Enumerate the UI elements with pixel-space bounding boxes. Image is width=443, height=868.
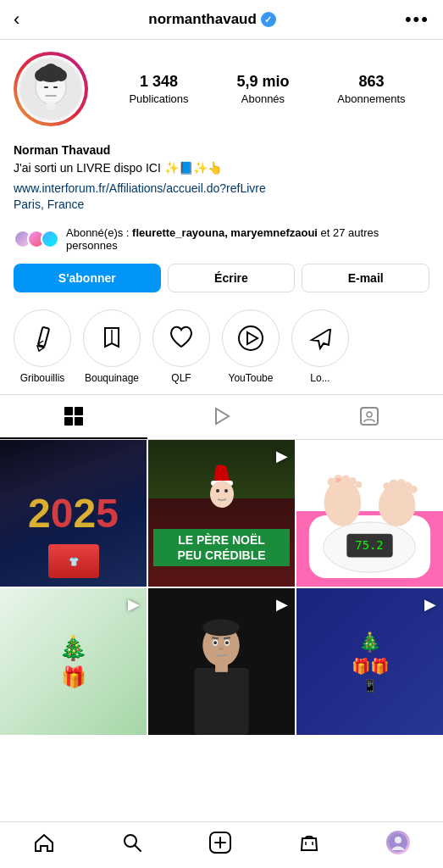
followers-names: fleurette_rayouna, maryemnefzaoui: [132, 226, 318, 239]
more-button[interactable]: •••: [405, 8, 429, 31]
post-3[interactable]: 75.2: [296, 440, 443, 587]
highlight-qlf[interactable]: QLF: [152, 309, 210, 384]
svg-rect-11: [47, 103, 55, 109]
highlight-circle-bouquinage: [83, 309, 141, 367]
bio-location: Paris, France: [14, 198, 429, 211]
plane-icon: [303, 321, 337, 355]
svg-text:75.2: 75.2: [355, 539, 383, 553]
bottom-nav: [0, 821, 443, 868]
post-overlay-text: LE PÈRE NOËLPEU CRÉDIBLE: [153, 529, 290, 566]
nav-home[interactable]: [33, 832, 55, 854]
post-6[interactable]: 🎄 🎁🎁 📱 ▶: [296, 588, 443, 735]
publications-label: Publications: [129, 92, 188, 105]
svg-point-57: [225, 641, 229, 644]
highlight-bouquinage[interactable]: Bouquinage: [83, 309, 141, 384]
highlight-label-youtoube: YouToube: [229, 372, 274, 384]
tabs-row: [0, 394, 443, 440]
face-svg: [201, 462, 243, 521]
avatar-svg: [20, 58, 81, 120]
svg-point-29: [216, 489, 219, 492]
avatar-ring: [14, 52, 88, 126]
highlights-section: Gribouillis Bouquinage QLF YouToube: [0, 303, 443, 394]
highlight-youtoube[interactable]: YouToube: [222, 309, 280, 384]
username-text: normanthavaud: [148, 11, 257, 28]
verified-badge: ✓: [261, 12, 276, 27]
svg-point-25: [367, 412, 372, 417]
post-5[interactable]: ▶: [148, 588, 295, 735]
svg-rect-22: [75, 417, 83, 426]
svg-marker-18: [247, 332, 257, 344]
profile-avatar-svg: [389, 833, 407, 852]
tab-grid[interactable]: [0, 395, 147, 439]
person-svg: [148, 588, 295, 735]
svg-rect-21: [64, 417, 73, 426]
svg-marker-26: [213, 465, 230, 483]
grid-icon: [63, 405, 85, 427]
highlight-label-qlf: QLF: [171, 372, 191, 384]
stats-row: 1 348 Publications 5,9 mio Abonnés 863 A…: [105, 73, 429, 106]
svg-point-6: [39, 67, 49, 77]
subscribe-button[interactable]: S'abonner: [14, 264, 161, 292]
bio-name: Norman Thavaud: [14, 143, 429, 157]
tab-tagged[interactable]: [296, 395, 443, 439]
play-icon-2: ▶: [276, 447, 288, 465]
highlight-gribouillis[interactable]: Gribouillis: [14, 309, 71, 384]
stat-following[interactable]: 863 Abonnements: [337, 73, 405, 106]
email-button[interactable]: E-mail: [302, 264, 429, 292]
nav-search[interactable]: [121, 832, 143, 854]
svg-point-46: [335, 478, 341, 482]
book-icon: [95, 321, 129, 355]
svg-marker-23: [216, 409, 229, 424]
play-icon: [234, 321, 268, 355]
back-button[interactable]: ‹: [14, 8, 19, 31]
profile-avatar-thumb: [386, 831, 410, 854]
svg-point-53: [202, 620, 239, 637]
avatar-container[interactable]: [14, 52, 88, 126]
svg-point-28: [210, 481, 234, 508]
header: ‹ normanthavaud ✓ •••: [0, 0, 443, 40]
tab-reels[interactable]: [147, 395, 295, 439]
svg-rect-50: [194, 668, 248, 735]
followers-preview: Abonné(e)s : fleurette_rayouna, maryemne…: [0, 220, 443, 259]
post-2[interactable]: 🎅: [148, 440, 295, 587]
svg-point-56: [213, 641, 217, 644]
stat-publications[interactable]: 1 348 Publications: [129, 73, 188, 106]
svg-point-7: [53, 67, 63, 77]
bio-link[interactable]: www.interforum.fr/Affiliations/accueil.d…: [14, 181, 266, 195]
action-buttons: S'abonner Écrire E-mail: [0, 259, 443, 303]
posts-grid: 2025 👕 🎅: [0, 440, 443, 735]
header-username: normanthavaud ✓: [148, 11, 276, 28]
highlight-circle-gribouillis: [14, 309, 71, 367]
post-1[interactable]: 2025 👕: [0, 440, 147, 587]
svg-rect-24: [361, 408, 378, 425]
highlight-label-gribouillis: Gribouillis: [20, 372, 65, 384]
heart-icon: [164, 321, 198, 355]
svg-point-69: [395, 837, 401, 843]
nav-shop[interactable]: [298, 832, 320, 854]
svg-rect-20: [75, 407, 83, 415]
followers-text[interactable]: Abonné(e)s : fleurette_rayouna, maryemne…: [66, 226, 429, 252]
svg-point-34: [324, 479, 361, 526]
shop-icon: [298, 832, 320, 854]
following-label: Abonnements: [337, 92, 405, 105]
play-icon-6: ▶: [424, 595, 436, 614]
feet-svg: 75.2: [296, 440, 443, 587]
highlight-lo[interactable]: Lo...: [291, 309, 349, 384]
stat-followers[interactable]: 5,9 mio Abonnés: [236, 73, 289, 106]
profile-top: 1 348 Publications 5,9 mio Abonnés 863 A…: [14, 52, 429, 126]
write-button[interactable]: Écrire: [168, 264, 296, 292]
play-icon-5: ▶: [276, 595, 288, 614]
svg-point-45: [410, 486, 418, 493]
highlight-circle-qlf: [152, 309, 210, 367]
bio-section: Norman Thavaud J'ai sorti un LIVRE dispo…: [0, 143, 443, 220]
highlight-circle-youtoube: [222, 309, 280, 367]
nav-add[interactable]: [208, 831, 232, 854]
post-4[interactable]: 🎄 🎁 ▶: [0, 588, 147, 735]
svg-line-59: [224, 637, 230, 638]
svg-line-62: [135, 845, 141, 851]
nav-profile[interactable]: [386, 831, 410, 854]
svg-point-35: [379, 484, 415, 526]
following-number: 863: [358, 73, 384, 92]
svg-line-58: [212, 637, 219, 638]
profile-section: 1 348 Publications 5,9 mio Abonnés 863 A…: [0, 40, 443, 143]
